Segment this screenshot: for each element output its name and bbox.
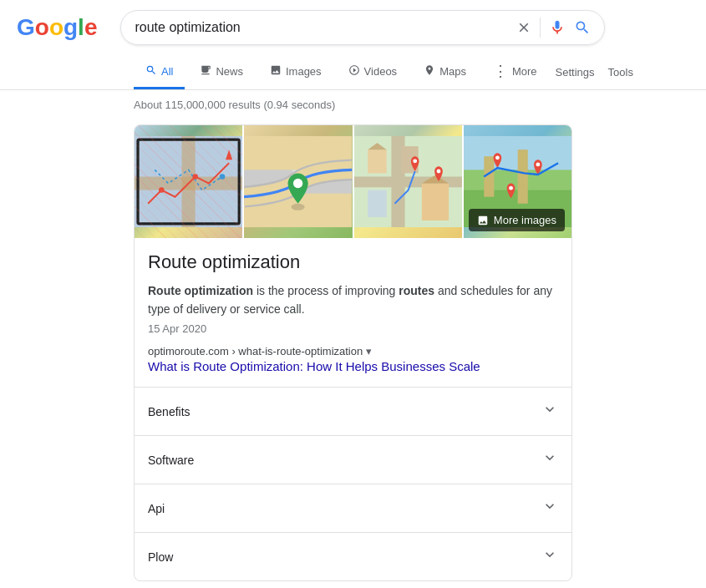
search-button[interactable]	[574, 19, 591, 36]
google-logo[interactable]: Google	[17, 14, 97, 41]
source-dropdown-icon[interactable]: ▾	[366, 345, 372, 357]
svg-rect-28	[517, 150, 527, 204]
settings-link[interactable]: Settings	[556, 66, 595, 79]
mic-button[interactable]	[549, 19, 566, 36]
more-tab-icon: ⋮	[493, 63, 508, 79]
search-icons	[516, 18, 591, 38]
svg-rect-19	[368, 190, 387, 217]
search-divider	[540, 18, 541, 38]
nav-tabs: All News Images Videos Maps ⋮ More Setti…	[0, 55, 706, 90]
map-image-3[interactable]	[354, 125, 464, 238]
results-count: About 115,000,000 results (0.94 seconds)	[134, 99, 572, 111]
tab-maps-label: Maps	[439, 65, 466, 78]
videos-tab-icon	[348, 64, 360, 79]
chevron-plow-icon	[541, 546, 558, 567]
source-url: optimoroute.com › what-is-route-optimiza…	[148, 345, 363, 357]
tab-more-label: More	[512, 65, 537, 78]
news-tab-icon	[200, 64, 211, 79]
map-image-1[interactable]	[135, 125, 244, 238]
tab-news[interactable]: News	[188, 56, 255, 89]
main-content: About 115,000,000 results (0.94 seconds)	[0, 90, 706, 588]
bold-routes: routes	[399, 284, 434, 297]
tab-news-label: News	[216, 65, 243, 78]
tab-videos-label: Videos	[364, 65, 398, 78]
svg-point-12	[293, 179, 302, 188]
svg-point-4	[192, 174, 197, 179]
svg-rect-1	[135, 176, 242, 190]
svg-rect-2	[182, 136, 196, 227]
tab-all-label: All	[161, 65, 173, 78]
knowledge-date: 15 Apr 2020	[148, 322, 206, 335]
svg-point-22	[413, 159, 417, 163]
search-input[interactable]	[135, 20, 510, 35]
chevron-api-icon	[541, 498, 558, 519]
accordion-list: Benefits Software Api Plow	[135, 387, 571, 580]
knowledge-panel: More images Route optimization Route opt…	[134, 124, 572, 581]
accordion-plow-label: Plow	[148, 550, 173, 564]
knowledge-content: Route optimization Route optimization is…	[135, 238, 571, 387]
bold-route-optimization: Route optimization	[148, 284, 253, 297]
accordion-plow[interactable]: Plow	[135, 532, 571, 580]
svg-point-3	[159, 187, 164, 192]
knowledge-source: optimoroute.com › what-is-route-optimiza…	[148, 345, 558, 357]
tab-images-label: Images	[286, 65, 322, 78]
image-strip: More images	[135, 125, 571, 238]
maps-tab-icon	[424, 64, 435, 79]
tools-link[interactable]: Tools	[608, 66, 633, 79]
svg-point-29	[495, 155, 500, 160]
accordion-software-label: Software	[148, 454, 194, 467]
svg-rect-0	[135, 136, 242, 227]
search-tab-icon	[145, 64, 157, 79]
knowledge-link[interactable]: What is Route Optimization: How It Helps…	[148, 359, 480, 373]
header: Google	[0, 0, 706, 55]
map-image-4[interactable]: More images	[464, 125, 571, 238]
accordion-software[interactable]: Software	[135, 435, 571, 484]
more-images-button[interactable]: More images	[469, 209, 565, 231]
search-bar	[120, 10, 605, 45]
desc-text-1: is the process of improving	[256, 284, 399, 297]
more-images-label: More images	[494, 214, 556, 226]
search-icon	[574, 19, 591, 36]
chevron-software-icon	[541, 449, 558, 470]
svg-rect-16	[368, 150, 387, 173]
tab-maps[interactable]: Maps	[412, 56, 478, 89]
knowledge-description: Route optimization is the process of imp…	[148, 281, 558, 318]
images-icon	[477, 215, 489, 226]
mic-icon	[549, 19, 566, 36]
clear-icon	[516, 20, 531, 35]
accordion-benefits[interactable]: Benefits	[135, 387, 571, 435]
svg-point-30	[536, 162, 540, 166]
tab-images[interactable]: Images	[258, 56, 333, 89]
map-image-2[interactable]	[244, 125, 353, 238]
svg-point-11	[292, 204, 305, 210]
images-tab-icon	[270, 64, 282, 79]
svg-rect-7	[138, 139, 239, 224]
accordion-api[interactable]: Api	[135, 484, 571, 532]
nav-settings-tools: Settings Tools	[556, 66, 633, 79]
svg-marker-6	[226, 150, 232, 160]
chevron-benefits-icon	[541, 401, 558, 422]
clear-button[interactable]	[516, 20, 531, 35]
knowledge-title: Route optimization	[148, 251, 558, 273]
tab-videos[interactable]: Videos	[337, 56, 409, 89]
tab-all[interactable]: All	[134, 56, 185, 89]
accordion-api-label: Api	[148, 502, 165, 515]
svg-point-23	[436, 170, 440, 174]
svg-point-5	[220, 174, 225, 179]
svg-rect-20	[421, 184, 448, 220]
tab-more[interactable]: ⋮ More	[481, 55, 549, 89]
svg-point-31	[509, 186, 513, 190]
accordion-benefits-label: Benefits	[148, 405, 190, 418]
